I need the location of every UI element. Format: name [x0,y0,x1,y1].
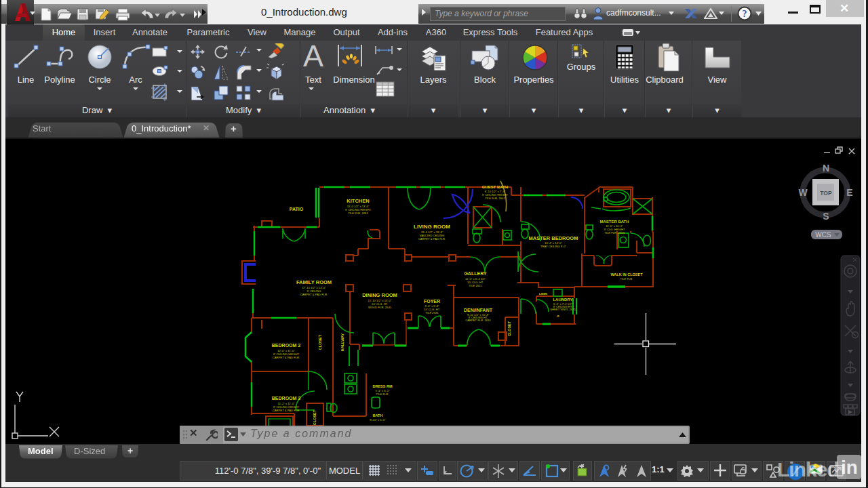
svg-text:CARPET & PAD FLR.: CARPET & PAD FLR. [273,409,300,412]
svg-text:GALLERY: GALLERY [464,271,487,276]
svg-text:CARPET FLR. 2651: CARPET FLR. 2651 [465,319,491,322]
svg-text:DEN/INFANT: DEN/INFANT [464,308,493,312]
svg-text:TILE FLR.: TILE FLR. [620,277,633,281]
svg-text:DINING ROOM: DINING ROOM [362,292,397,298]
svg-text:E: E [846,187,852,198]
svg-text:BEDROOM 2: BEDROOM 2 [272,343,301,348]
svg-text:HALLWAY: HALLWAY [340,333,344,351]
svg-text:CARPET & PAD FLR.: CARPET & PAD FLR. [300,293,328,296]
svg-text:?: ? [743,9,747,19]
svg-text:WCS: WCS [815,231,831,239]
svg-text:TILE FLR. 2681: TILE FLR. 2681 [348,211,368,215]
svg-text:WOOD FLR. 2641: WOOD FLR. 2641 [368,306,392,309]
svg-text:LINEN: LINEN [539,292,547,296]
svg-text:TILE 2631: TILE 2631 [425,311,439,314]
svg-text:TILE FLR. 2601: TILE FLR. 2601 [485,197,505,200]
svg-text:BEDROOM 3: BEDROOM 3 [272,396,301,401]
svg-text:CLOSET: CLOSET [313,409,317,425]
svg-text:TRAY CEILING 9'-0": TRAY CEILING 9'-0" [540,245,567,248]
svg-text:TILE FLR. 2603: TILE FLR. 2603 [604,231,625,235]
svg-text:LAUNDRY: LAUNDRY [553,298,572,302]
svg-text:GUEST BATH: GUEST BATH [482,185,509,189]
svg-text:FOYER: FOYER [424,299,440,304]
svg-text:CLOSET: CLOSET [318,334,322,350]
svg-text:CARPET & PAD FLR.: CARPET & PAD FLR. [273,356,300,359]
svg-text:MASTER BATH: MASTER BATH [599,220,629,224]
svg-text:LIVING ROOM: LIVING ROOM [414,224,450,230]
svg-text:FAMILY ROOM: FAMILY ROOM [296,279,332,285]
svg-text:DRESS RM: DRESS RM [372,384,392,388]
svg-text:KITCHEN: KITCHEN [347,198,369,204]
svg-text:SHEET VINYL 2671: SHEET VINYL 2671 [550,308,576,311]
svg-text:8'-10" x 5'-0": 8'-10" x 5'-0" [370,418,386,422]
svg-text:WALK IN CLOSET: WALK IN CLOSET [610,272,643,277]
svg-text:o: o [557,314,559,318]
svg-text:BATH: BATH [373,413,383,418]
svg-text:MASTER BEDROOM: MASTER BEDROOM [529,235,578,241]
svg-text:PATIO: PATIO [290,207,304,211]
svg-text:S: S [823,211,829,222]
svg-text:W: W [798,187,808,198]
svg-text:TILE 2611: TILE 2611 [469,284,482,287]
svg-text:N: N [823,163,829,174]
svg-text:TOP: TOP [820,190,832,197]
svg-text:CLOSET: CLOSET [507,321,511,336]
svg-text:TILE FLR.: TILE FLR. [376,392,389,396]
svg-text:CARPET & PAD FLR.: CARPET & PAD FLR. [418,237,446,241]
